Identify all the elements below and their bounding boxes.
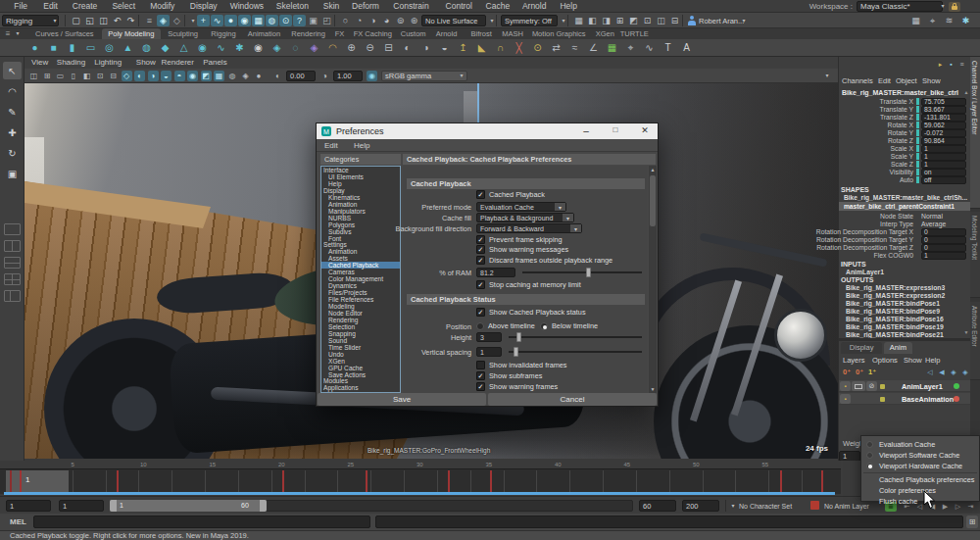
shelf-tab-sculpting[interactable]: Sculpting	[161, 28, 205, 39]
new-scene-icon[interactable]: ▢	[70, 15, 82, 26]
layer-order-icon-3[interactable]: ◈	[960, 368, 970, 377]
shadows-icon[interactable]: ◓	[174, 71, 185, 81]
layout-preset-4-button[interactable]	[4, 273, 21, 285]
channel-value-field[interactable]: 1	[921, 145, 966, 153]
rotate-tool-icon[interactable]: ↻	[3, 144, 22, 162]
poly-helix-icon[interactable]: ∿	[214, 40, 228, 55]
gamma-icon[interactable]: ◑	[319, 71, 330, 81]
menu-select[interactable]: Select	[104, 0, 143, 13]
layout-preset-2-button[interactable]	[4, 240, 21, 252]
user-account-button[interactable]: Robert Aran...▾	[687, 15, 748, 26]
category-item-animation[interactable]: Animation	[321, 201, 400, 208]
output-node-1[interactable]: Bike_rig_MASTER:expression2	[846, 292, 967, 300]
channel-value-field[interactable]: 75.705	[921, 98, 966, 106]
menu-display[interactable]: Display	[182, 0, 225, 13]
viewport-menu-view[interactable]: View	[31, 57, 57, 69]
channel-value-field[interactable]: -131.801	[921, 114, 966, 122]
combine-icon[interactable]: ⊕	[344, 40, 359, 55]
channel-value-field[interactable]: 1	[921, 153, 966, 161]
film-gate-icon[interactable]: ▭	[55, 71, 66, 81]
checkbox-show-warning-messages[interactable]: ✓	[476, 245, 485, 254]
workspace-selector[interactable]: Maya Classic*	[857, 1, 943, 12]
poly-superellipse-icon[interactable]: ◈	[270, 40, 284, 55]
save-button[interactable]: Save	[318, 393, 486, 406]
layer-row-baseanimation[interactable]: ▪BaseAnimation	[839, 393, 970, 405]
channel-value-field[interactable]: on	[921, 169, 966, 176]
context-menu-item-evaluation-cache[interactable]: Evaluation Cache	[861, 439, 979, 450]
category-item-modules[interactable]: Modules	[321, 377, 400, 384]
shelf-tab-curves-surfaces[interactable]: Curves / Surfaces	[27, 28, 102, 39]
crease-icon[interactable]: ∠	[586, 40, 601, 55]
layer-editor-tab-anim[interactable]: Anim	[884, 342, 911, 354]
screen-space-ao-icon[interactable]: ◉	[187, 71, 198, 81]
curve-snap-icon[interactable]: ◕	[380, 15, 393, 26]
slider-handle[interactable]	[514, 347, 518, 357]
output-node-4[interactable]: Bike_rig_MASTER:bindPose16	[846, 316, 967, 323]
menu-help[interactable]: Help	[554, 0, 583, 13]
side-tab-channel-box-layer-editor[interactable]: Channel Box / Layer Editor	[970, 57, 980, 209]
scroll-thumb[interactable]	[650, 175, 656, 226]
channel-value-field[interactable]: 83.667	[921, 106, 966, 114]
checkbox-cached-playback[interactable]: ✓	[476, 190, 485, 199]
character-set-selector[interactable]: No Character Set	[739, 501, 808, 512]
category-item-selection[interactable]: Selection	[321, 323, 400, 330]
wireframe-icon[interactable]: ◇	[122, 71, 132, 81]
output-node-0[interactable]: Bike_rig_MASTER:expression3	[846, 284, 967, 292]
minimize-button[interactable]: –	[573, 123, 599, 139]
time-slider-bar[interactable]: 1	[0, 468, 841, 494]
scroll-down-icon[interactable]: ▼	[649, 385, 657, 393]
scroll-up-icon[interactable]: ▲	[649, 166, 657, 173]
slider-handle[interactable]	[586, 268, 591, 277]
output-node-5[interactable]: Bike_rig_MASTER:bindPose19	[846, 323, 967, 331]
channel-value-field[interactable]: 0	[921, 244, 966, 252]
menu-windows[interactable]: Windows	[225, 0, 269, 13]
live-surface-field[interactable]: No Live Surface	[421, 15, 486, 26]
layer-editor-tab-display[interactable]: Display	[841, 342, 882, 354]
xray-icon[interactable]: ◍	[227, 71, 238, 81]
category-item-files-projects[interactable]: Files/Projects	[321, 289, 400, 296]
menu-control[interactable]: Control	[437, 0, 480, 13]
slider-handle[interactable]	[516, 332, 521, 342]
shaded-icon[interactable]: ◐	[134, 71, 145, 81]
command-result-field[interactable]	[375, 515, 963, 528]
viewport-menu-lighting[interactable]: Lighting	[94, 57, 136, 69]
channel-slider-icon[interactable]: ≋	[943, 15, 956, 26]
category-item-gpu-cache[interactable]: GPU Cache	[321, 365, 400, 371]
textured-icon[interactable]: ◑	[148, 71, 159, 81]
gate-mask-icon[interactable]: ◧	[81, 71, 92, 81]
menu-arnold[interactable]: Arnold	[514, 0, 554, 13]
side-tab-modeling-toolkit[interactable]: Modeling Toolkit	[970, 212, 980, 298]
snap-grid-icon[interactable]: +	[197, 15, 210, 26]
layer-menu-layers[interactable]: Layers	[843, 355, 871, 366]
menu-edit[interactable]: Edit	[35, 0, 65, 13]
channel-value-field[interactable]: 90.864	[921, 137, 966, 145]
maximize-button[interactable]: □	[603, 123, 628, 139]
category-item-interface[interactable]: Interface	[321, 167, 400, 173]
channel-value-field[interactable]: 1	[921, 252, 966, 260]
curve-to-poly-icon[interactable]: ∿	[642, 40, 657, 55]
category-item-polygons[interactable]: Polygons	[321, 221, 400, 228]
category-item-file-references[interactable]: File References	[321, 296, 400, 303]
channel-value-field[interactable]: -0.072	[921, 129, 966, 137]
list-icon[interactable]: ≡	[957, 60, 966, 69]
category-item-animation[interactable]: Animation	[321, 248, 400, 255]
prefs-menu-help[interactable]: Help	[354, 139, 377, 152]
slider-field-vertical-spacing[interactable]: 1	[476, 347, 502, 357]
section-header-1[interactable]: Cached Playback Status	[407, 294, 645, 305]
channelbox-menu-object[interactable]: Object	[896, 75, 924, 86]
menu-constrain[interactable]: Constrain	[385, 0, 437, 13]
snap-center-icon[interactable]: ⊙	[279, 15, 292, 26]
safe-action-icon[interactable]: ⊟	[108, 71, 119, 81]
category-item-subdivs[interactable]: Subdivs	[321, 228, 400, 235]
category-item-node-editor[interactable]: Node Editor	[321, 310, 400, 317]
create-layer-button-1[interactable]: 0⁺	[856, 367, 867, 377]
extrude-icon[interactable]: ↥	[456, 40, 470, 55]
range-slider-block[interactable]: 160	[110, 500, 267, 512]
paint-select-tool-icon[interactable]: ✎	[3, 103, 22, 121]
shelf-tab-rendering[interactable]: Rendering	[286, 28, 330, 39]
gamma-field[interactable]: 1.00	[333, 71, 363, 81]
paint-effects-icon[interactable]: ◫	[655, 15, 667, 26]
select-object-icon[interactable]: ◈	[157, 15, 170, 26]
bridge-icon[interactable]: ∩	[493, 40, 508, 55]
category-item-dynamics[interactable]: Dynamics	[321, 282, 400, 289]
